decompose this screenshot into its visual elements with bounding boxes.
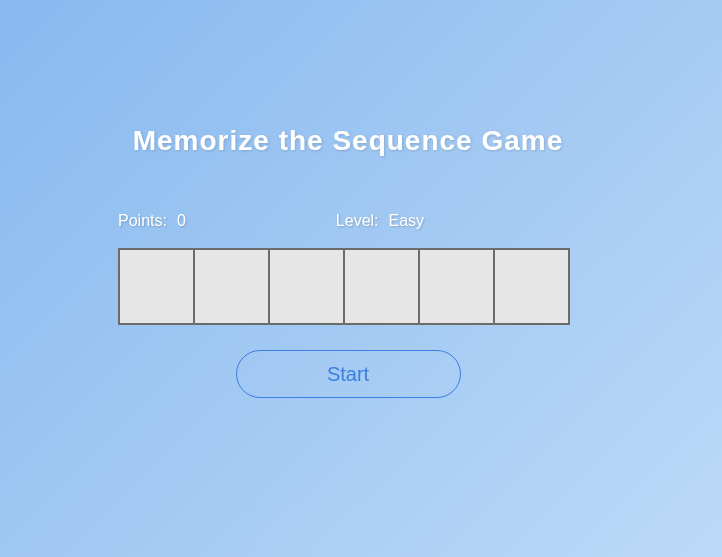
sequence-cell[interactable]: [419, 249, 494, 324]
points-group: Points: 0: [118, 212, 186, 230]
sequence-cell[interactable]: [494, 249, 569, 324]
sequence-cell[interactable]: [194, 249, 269, 324]
level-value: Easy: [389, 212, 425, 230]
start-button[interactable]: Start: [236, 350, 461, 398]
sequence-cell[interactable]: [344, 249, 419, 324]
points-label: Points:: [118, 212, 167, 230]
level-group: Level: Easy: [336, 212, 424, 230]
sequence-cell[interactable]: [269, 249, 344, 324]
stats-row: Points: 0 Level: Easy: [118, 212, 578, 230]
points-value: 0: [177, 212, 186, 230]
sequence-board: [118, 248, 570, 325]
sequence-cell[interactable]: [119, 249, 194, 324]
game-title: Memorize the Sequence Game: [118, 125, 578, 157]
level-label: Level:: [336, 212, 379, 230]
